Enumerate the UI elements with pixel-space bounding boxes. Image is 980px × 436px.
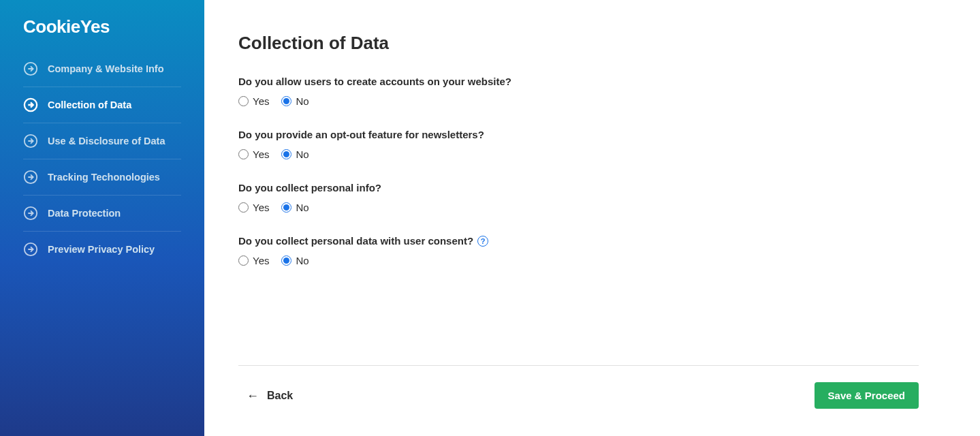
radio-input-yes[interactable]	[238, 96, 249, 106]
question-label: Do you allow users to create accounts on…	[238, 76, 919, 87]
brand-logo: CookieYes	[0, 16, 204, 51]
sidebar-item-tracking-tech[interactable]: Tracking Techonologies	[23, 159, 181, 196]
radio-input-yes[interactable]	[238, 255, 249, 266]
radio-group: Yes No	[238, 202, 919, 213]
radio-group: Yes No	[238, 95, 919, 107]
back-button[interactable]: ← Back	[238, 384, 301, 407]
radio-label: No	[296, 202, 309, 213]
radio-label: No	[296, 149, 309, 160]
sidebar-item-preview-policy[interactable]: Preview Privacy Policy	[23, 232, 181, 267]
radio-no[interactable]: No	[281, 202, 309, 213]
sidebar-item-label: Tracking Techonologies	[48, 172, 160, 183]
back-label: Back	[267, 390, 293, 402]
radio-label: No	[296, 95, 309, 107]
arrow-circle-icon	[23, 61, 38, 76]
radio-label: Yes	[253, 149, 269, 160]
radio-input-no[interactable]	[281, 255, 291, 266]
arrow-circle-icon	[23, 206, 38, 221]
footer-bar: ← Back Save & Proceed	[238, 365, 919, 409]
radio-group: Yes No	[238, 149, 919, 160]
radio-input-no[interactable]	[281, 149, 291, 159]
question-optout: Do you provide an opt-out feature for ne…	[238, 129, 919, 160]
radio-input-yes[interactable]	[238, 149, 249, 159]
question-text: Do you collect personal info?	[238, 182, 381, 193]
question-user-consent: Do you collect personal data with user c…	[238, 235, 919, 266]
radio-input-yes[interactable]	[238, 202, 249, 213]
brand-text: CookieYes	[23, 16, 181, 37]
question-label: Do you collect personal data with user c…	[238, 235, 919, 247]
arrow-circle-icon	[23, 97, 38, 112]
radio-yes[interactable]: Yes	[238, 202, 269, 213]
radio-input-no[interactable]	[281, 96, 291, 106]
radio-label: Yes	[253, 255, 269, 266]
main-content: Collection of Data Do you allow users to…	[204, 0, 980, 436]
radio-no[interactable]: No	[281, 149, 309, 160]
sidebar-item-label: Preview Privacy Policy	[48, 244, 155, 255]
sidebar-item-label: Use & Disclosure of Data	[48, 136, 165, 146]
radio-input-no[interactable]	[281, 202, 291, 213]
sidebar-item-data-protection[interactable]: Data Protection	[23, 196, 181, 232]
arrow-circle-icon	[23, 170, 38, 185]
page-title: Collection of Data	[238, 33, 919, 54]
arrow-circle-icon	[23, 134, 38, 149]
back-arrow-icon: ←	[247, 390, 259, 402]
radio-yes[interactable]: Yes	[238, 255, 269, 266]
question-text: Do you collect personal data with user c…	[238, 235, 473, 247]
sidebar-item-label: Data Protection	[48, 208, 121, 219]
question-text: Do you allow users to create accounts on…	[238, 76, 511, 87]
question-label: Do you provide an opt-out feature for ne…	[238, 129, 919, 140]
radio-yes[interactable]: Yes	[238, 149, 269, 160]
help-icon[interactable]: ?	[477, 236, 488, 247]
radio-yes[interactable]: Yes	[238, 95, 269, 107]
sidebar-item-collection-data[interactable]: Collection of Data	[23, 87, 181, 123]
radio-label: Yes	[253, 202, 269, 213]
radio-no[interactable]: No	[281, 95, 309, 107]
radio-group: Yes No	[238, 255, 919, 266]
sidebar-item-use-disclosure[interactable]: Use & Disclosure of Data	[23, 123, 181, 159]
question-label: Do you collect personal info?	[238, 182, 919, 193]
radio-no[interactable]: No	[281, 255, 309, 266]
radio-label: No	[296, 255, 309, 266]
question-text: Do you provide an opt-out feature for ne…	[238, 129, 484, 140]
arrow-circle-icon	[23, 242, 38, 257]
sidebar-item-label: Company & Website Info	[48, 63, 164, 74]
sidebar-nav: Company & Website Info Collection of Dat…	[0, 51, 204, 267]
question-personal-info: Do you collect personal info? Yes No	[238, 182, 919, 213]
radio-label: Yes	[253, 95, 269, 107]
save-proceed-button[interactable]: Save & Proceed	[815, 382, 919, 409]
question-accounts: Do you allow users to create accounts on…	[238, 76, 919, 107]
sidebar-item-company-info[interactable]: Company & Website Info	[23, 51, 181, 87]
sidebar-item-label: Collection of Data	[48, 99, 131, 110]
sidebar: CookieYes Company & Website Info Collect…	[0, 0, 204, 436]
